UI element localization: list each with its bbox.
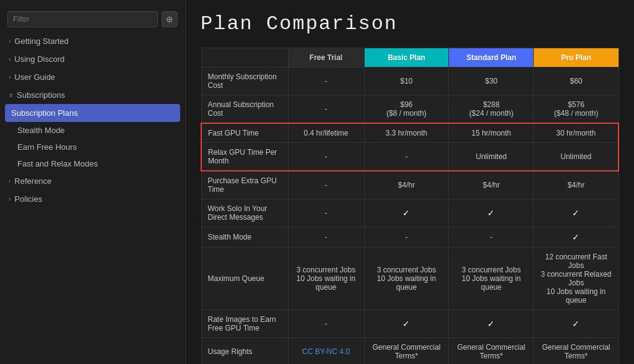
table-cell-free: - [288, 227, 364, 248]
sidebar-item-using-discord[interactable]: › Using Discord [0, 50, 185, 68]
sidebar-sub-fast-relax-modes[interactable]: Fast and Relax Modes [0, 155, 185, 172]
table-cell-free: - [288, 199, 364, 227]
table-cell-basic: 3.3 hr/month [364, 123, 449, 143]
table-cell-basic: - [364, 143, 449, 171]
table-cell-pro: 30 hr/month [534, 123, 619, 143]
table-cell-pro: $576 ($48 / month) [534, 95, 619, 124]
table-row: Purchase Extra GPU Time-$4/hr$4/hr$4/hr [201, 171, 619, 199]
chevron-right-icon: › [9, 38, 11, 45]
sidebar-item-reference[interactable]: › Reference [0, 172, 185, 190]
col-header-pro: Pro Plan [534, 48, 619, 67]
table-cell-feature: Fast GPU Time [201, 123, 288, 143]
table-cell-basic: $96 ($8 / month) [364, 95, 449, 124]
table-cell-free: - [288, 171, 364, 199]
sidebar-item-getting-started[interactable]: › Getting Started [0, 32, 185, 50]
table-cell-standard: General Commercial Terms* [449, 338, 534, 365]
filter-container: ⊕ [0, 6, 185, 32]
col-header-free-trial: Free Trial [288, 48, 364, 67]
table-row: Work Solo In Your Direct Messages-✓✓✓ [201, 199, 619, 227]
table-row: Stealth Mode---✓ [201, 227, 619, 248]
table-cell-standard: ✓ [449, 310, 534, 338]
chevron-right-icon: › [9, 196, 11, 202]
table-cell-basic: $4/hr [364, 171, 449, 199]
sidebar-item-policies[interactable]: › Policies [0, 190, 185, 208]
chevron-right-icon: › [9, 178, 11, 184]
table-cell-free: 0.4 hr/lifetime [288, 123, 364, 143]
table-cell-feature: Maximum Queue [201, 248, 288, 310]
table-cell-pro: Unlimited [534, 143, 619, 171]
chevron-right-icon: › [9, 56, 11, 63]
filter-input[interactable] [7, 11, 158, 27]
sidebar-item-subscriptions[interactable]: ∨ Subscriptions [0, 86, 185, 104]
table-cell-standard: 15 hr/month [449, 123, 534, 143]
table-cell-free: - [288, 310, 364, 338]
table-cell-feature: Annual Subscription Cost [201, 95, 288, 124]
table-cell-standard: - [449, 227, 534, 248]
table-cell-feature: Work Solo In Your Direct Messages [201, 199, 288, 227]
table-cell-feature: Usage Rights [201, 338, 288, 365]
table-row: Relax GPU Time Per Month--UnlimitedUnlim… [201, 143, 619, 171]
table-cell-basic: General Commercial Terms* [364, 338, 449, 365]
table-cell-basic: ✓ [364, 310, 449, 338]
sidebar-item-user-guide[interactable]: › User Guide [0, 68, 185, 86]
page-title: Plan Comparison [201, 12, 619, 35]
sidebar: ⊕ › Getting Started › Using Discord › Us… [0, 0, 186, 364]
table-cell-free: - [288, 67, 364, 95]
sidebar-sub-earn-free-hours[interactable]: Earn Free Hours [0, 139, 185, 155]
table-cell-basic: $10 [364, 67, 449, 95]
sidebar-sub-stealth-mode[interactable]: Stealth Mode [0, 122, 185, 139]
table-cell-pro: ✓ [534, 227, 619, 248]
table-cell-feature: Monthly Subscription Cost [201, 67, 288, 95]
table-row: Annual Subscription Cost-$96 ($8 / month… [201, 95, 619, 124]
table-cell-pro: $4/hr [534, 171, 619, 199]
chevron-down-icon: ∨ [9, 92, 13, 98]
comparison-table: Free Trial Basic Plan Standard Plan Pro … [201, 48, 619, 364]
col-header-standard: Standard Plan [449, 48, 534, 67]
table-cell-free: 3 concurrent Jobs 10 Jobs waiting in que… [288, 248, 364, 310]
table-cell-feature: Rate Images to Earn Free GPU Time [201, 310, 288, 338]
usage-rights-link[interactable]: CC BY-NC 4.0 [302, 347, 350, 356]
table-cell-pro: $60 [534, 67, 619, 95]
table-cell-standard: $288 ($24 / month) [449, 95, 534, 124]
table-row: Fast GPU Time0.4 hr/lifetime3.3 hr/month… [201, 123, 619, 143]
table-cell-basic: 3 concurrent Jobs 10 Jobs waiting in que… [364, 248, 449, 310]
table-cell-feature: Stealth Mode [201, 227, 288, 248]
col-header-feature [201, 48, 288, 67]
table-cell-pro: ✓ [534, 199, 619, 227]
table-cell-feature: Purchase Extra GPU Time [201, 171, 288, 199]
table-row: Monthly Subscription Cost-$10$30$60 [201, 67, 619, 95]
chevron-right-icon: › [9, 74, 11, 80]
table-cell-standard: $30 [449, 67, 534, 95]
table-cell-pro: ✓ [534, 310, 619, 338]
table-cell-basic: ✓ [364, 199, 449, 227]
table-cell-free: - [288, 95, 364, 124]
sidebar-sub-subscription-plans[interactable]: Subscription Plans [5, 104, 180, 122]
filter-button[interactable]: ⊕ [162, 11, 178, 27]
table-cell-standard: $4/hr [449, 171, 534, 199]
table-row: Maximum Queue3 concurrent Jobs 10 Jobs w… [201, 248, 619, 310]
table-row: Rate Images to Earn Free GPU Time-✓✓✓ [201, 310, 619, 338]
col-header-basic: Basic Plan [364, 48, 449, 67]
table-row: Usage RightsCC BY-NC 4.0General Commerci… [201, 338, 619, 365]
main-content: Plan Comparison Free Trial Basic Plan St… [186, 0, 634, 364]
table-cell-pro: General Commercial Terms* [534, 338, 619, 365]
table-cell-standard: Unlimited [449, 143, 534, 171]
table-cell-pro: 12 concurrent Fast Jobs 3 concurrent Rel… [534, 248, 619, 310]
table-cell-standard: ✓ [449, 199, 534, 227]
table-cell-free: CC BY-NC 4.0 [288, 338, 364, 365]
table-cell-basic: - [364, 227, 449, 248]
table-cell-feature: Relax GPU Time Per Month [201, 143, 288, 171]
table-cell-standard: 3 concurrent Jobs 10 Jobs waiting in que… [449, 248, 534, 310]
table-cell-free: - [288, 143, 364, 171]
